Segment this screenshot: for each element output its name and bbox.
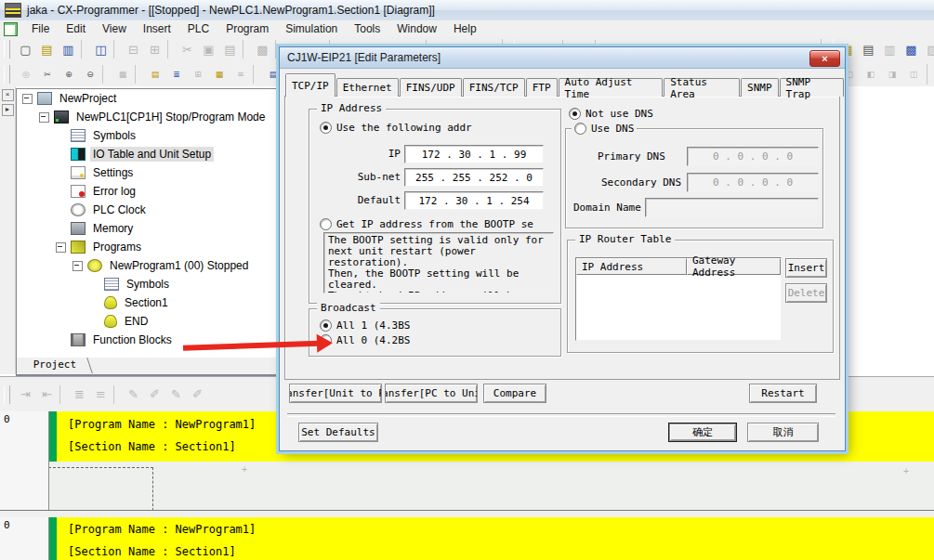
menu-item[interactable]: Edit xyxy=(58,21,94,36)
mark-pen-1-icon[interactable]: ✎ xyxy=(123,384,144,405)
tree-item[interactable]: PLC Clock xyxy=(17,201,282,219)
rung-list-icon[interactable]: ≣ xyxy=(69,384,90,405)
tree-item-label[interactable]: Settings xyxy=(90,165,136,180)
insert-button[interactable]: Insert xyxy=(785,258,827,278)
zoom-in-icon[interactable]: ⊕ xyxy=(58,64,79,85)
transfer-icon[interactable]: ▤ xyxy=(858,39,879,59)
dialog-tab[interactable]: TCP/IP xyxy=(285,73,335,97)
dialog-tab[interactable]: SNMP xyxy=(741,78,779,97)
monitor-icon[interactable]: ▥ xyxy=(879,39,901,59)
separator[interactable] xyxy=(102,65,110,84)
expand-workspace-button[interactable]: ▸ xyxy=(2,104,14,116)
delete-button[interactable]: Delete xyxy=(785,283,827,303)
dialog-tab[interactable]: FINS/UDP xyxy=(400,78,462,97)
ok-button[interactable]: 确定 xyxy=(668,423,737,442)
mark-pen-4-icon[interactable]: ✐ xyxy=(187,384,208,405)
zoom-out-icon[interactable]: ⊖ xyxy=(79,64,100,85)
domain-name-field[interactable] xyxy=(645,198,819,217)
program-name-comment[interactable]: [Program Name : NewProgram1] xyxy=(68,523,256,536)
find-in-project-icon[interactable]: ◫ xyxy=(90,39,112,59)
titlebar[interactable]: jaka - CX-Programmer - [[Stopped] - NewP… xyxy=(0,0,934,21)
tree-item-label[interactable]: Section1 xyxy=(122,295,171,310)
zoom-region-icon[interactable]: ✂ xyxy=(36,64,58,85)
menu-item[interactable]: Help xyxy=(445,21,485,36)
menu-item[interactable]: File xyxy=(23,21,58,36)
cut-icon[interactable]: ✂ xyxy=(177,39,198,59)
tree-item[interactable]: Error log xyxy=(17,182,282,201)
symbol-table-icon[interactable]: ▤ xyxy=(144,64,165,85)
transfer-unit-to-pc-button[interactable]: ransfer[Unit to PC xyxy=(289,384,382,403)
broadcast-radio[interactable]: All 0 (4.2BS xyxy=(320,332,571,347)
set-defaults-button[interactable]: Set Defaults xyxy=(298,423,378,442)
menu-item[interactable]: Window xyxy=(388,21,445,36)
paste-icon[interactable]: ▤ xyxy=(219,39,241,59)
radio-icon[interactable] xyxy=(320,319,332,332)
mark-pen-2-icon[interactable]: ✐ xyxy=(144,384,165,405)
tree-item[interactable]: IO Table and Unit Setup xyxy=(17,145,282,163)
grid-icon[interactable]: ▦ xyxy=(112,64,133,85)
dialog-titlebar[interactable]: CJ1W-EIP21 [Edit Parameters] xyxy=(280,47,845,69)
separator[interactable] xyxy=(167,40,175,59)
dialog-close-button[interactable]: × xyxy=(809,50,840,67)
ip-row-field[interactable]: 172 . 30 . 1 . 99 xyxy=(404,145,544,163)
dialog-tab[interactable]: Auto Adjust Time xyxy=(559,78,664,97)
radio-icon[interactable] xyxy=(320,122,332,134)
bootp-radio[interactable]: Get IP address from the BOOTP se xyxy=(320,218,533,230)
mdi-child-icon[interactable] xyxy=(4,22,18,36)
address-list-icon[interactable]: ≣ xyxy=(165,64,187,85)
close-workspace-button[interactable]: × xyxy=(2,89,14,101)
monitor-b-icon[interactable]: ◨ xyxy=(881,64,902,85)
restart-button[interactable]: Restart xyxy=(749,384,817,403)
mnemonic-view-icon[interactable]: ≡ xyxy=(230,64,251,85)
rung-comment-icon[interactable]: ≡ xyxy=(90,384,112,405)
tree-item[interactable]: NewProgram1 (00) Stopped xyxy=(17,256,282,275)
open-file-icon[interactable]: ▤ xyxy=(36,39,58,59)
tree-expander-icon[interactable] xyxy=(39,112,49,123)
tree-item-label[interactable]: Memory xyxy=(90,221,136,236)
toolbar-grip[interactable] xyxy=(4,385,10,404)
use-dns-radio[interactable]: Use DNS xyxy=(572,123,637,135)
menu-item[interactable]: Tools xyxy=(346,21,388,36)
separator[interactable] xyxy=(253,65,260,84)
tree-item[interactable]: NewPLC1[CP1H] Stop/Program Mode xyxy=(17,108,282,126)
ladder-table-icon[interactable]: ▦ xyxy=(208,64,230,85)
tree-item-label[interactable]: NewPLC1[CP1H] Stop/Program Mode xyxy=(73,110,268,124)
menu-item[interactable]: Program xyxy=(217,21,277,36)
ip-router-table[interactable]: IP Address Gateway Address xyxy=(575,257,782,341)
radio-icon[interactable] xyxy=(574,123,586,135)
radio-icon[interactable] xyxy=(569,108,581,120)
indent-rung-icon[interactable]: ⇥ xyxy=(15,384,36,405)
copy-icon[interactable]: ▣ xyxy=(198,39,219,59)
ip-row-field[interactable]: 255 . 255 . 252 . 0 xyxy=(404,168,544,187)
tree-item-label[interactable]: Error log xyxy=(90,184,138,199)
dialog-tab[interactable]: SNMP Trap xyxy=(780,78,844,97)
grid-view-icon[interactable]: ▩ xyxy=(901,39,922,59)
menu-item[interactable]: View xyxy=(94,21,135,36)
section-name-comment[interactable]: [Section Name : Section1] xyxy=(68,440,236,453)
monitor-c-icon[interactable]: ◫ xyxy=(902,64,924,85)
new-file-icon[interactable]: ▢ xyxy=(15,39,36,59)
print-icon[interactable]: ⊟ xyxy=(123,39,144,59)
secondary-dns-field[interactable]: 0 . 0 . 0 . 0 xyxy=(687,173,819,192)
tree-expander-icon[interactable] xyxy=(56,242,66,253)
use-following-address-radio[interactable]: Use the following addr xyxy=(320,122,472,134)
tree-item-label[interactable]: Function Blocks xyxy=(90,332,175,347)
tree-item-label[interactable]: Symbols xyxy=(124,277,172,292)
ip-row-field[interactable]: 172 . 30 . 1 . 254 xyxy=(404,191,544,210)
separator[interactable] xyxy=(135,65,142,84)
tree-item[interactable]: Settings xyxy=(17,163,282,182)
dialog-tab[interactable]: Status Area xyxy=(664,78,740,97)
tree-item[interactable]: END xyxy=(17,312,282,331)
menu-item[interactable]: Simulation xyxy=(277,21,346,36)
radio-icon[interactable] xyxy=(320,218,332,230)
separator[interactable] xyxy=(81,40,88,59)
tree-item-label[interactable]: Symbols xyxy=(90,128,138,143)
separator[interactable] xyxy=(243,40,250,59)
monitor-a-icon[interactable]: ◧ xyxy=(860,64,881,85)
paste-program-icon[interactable]: ▩ xyxy=(252,39,273,59)
not-use-dns-radio[interactable]: Not use DNS xyxy=(569,108,653,120)
tree-item[interactable]: Section1 xyxy=(17,293,282,312)
io-window-icon[interactable]: ⊞ xyxy=(187,64,208,85)
primary-dns-field[interactable]: 0 . 0 . 0 . 0 xyxy=(687,147,819,166)
dialog-tab[interactable]: FTP xyxy=(526,78,558,97)
